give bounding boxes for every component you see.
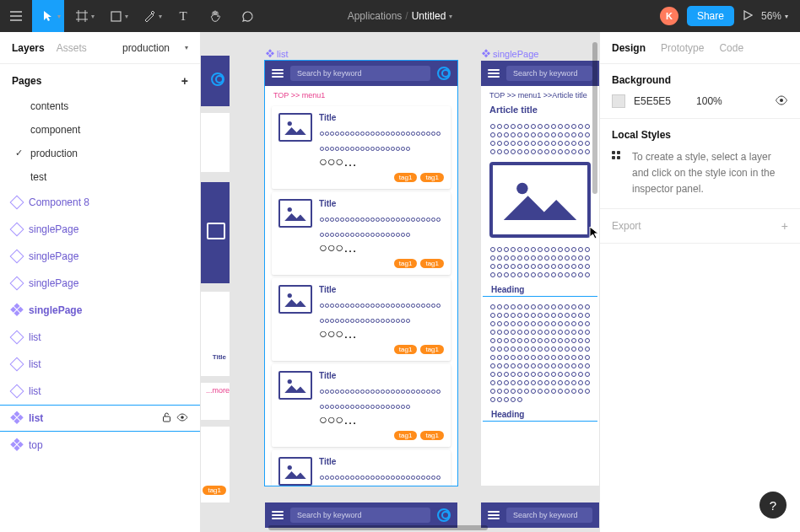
list-card[interactable]: Title○○○…tag1tag1	[272, 450, 451, 486]
hamburger-menu-icon[interactable]	[0, 0, 32, 32]
frame-tool-caret[interactable]: ▾	[91, 13, 100, 20]
peek-frame[interactable]: ...more	[201, 383, 230, 420]
page-item[interactable]: contents	[0, 94, 200, 118]
visibility-icon[interactable]	[176, 412, 188, 425]
heading: Heading	[483, 280, 597, 297]
peek-frame[interactable]: tag1	[201, 427, 230, 502]
tab-assets[interactable]: Assets	[57, 42, 87, 54]
layer-row[interactable]: singlePage	[0, 216, 200, 243]
tag[interactable]: tag1	[394, 345, 418, 354]
layer-row[interactable]: list	[0, 324, 200, 351]
list-card[interactable]: Title○○○…tag1tag1	[272, 106, 451, 189]
share-button[interactable]: Share	[687, 6, 734, 26]
text-tool-icon[interactable]: T	[167, 0, 199, 32]
layer-name: list	[29, 331, 41, 343]
more-link[interactable]: ...more	[201, 383, 230, 398]
page-item[interactable]: production	[0, 142, 200, 165]
frame-single-page[interactable]: Search by keyword	[481, 502, 599, 528]
layer-name: singlePage	[29, 223, 78, 235]
hand-tool-icon[interactable]	[199, 0, 231, 32]
tag[interactable]: tag1	[420, 173, 444, 182]
tag[interactable]: tag1	[394, 173, 418, 182]
card-excerpt: ○○○…	[319, 296, 444, 341]
card-title: Title	[319, 457, 444, 466]
component-icon	[10, 357, 24, 372]
canvas-scrollbar-horizontal[interactable]	[268, 525, 488, 530]
tag[interactable]: tag1	[394, 259, 418, 268]
layer-row[interactable]: singlePage	[0, 270, 200, 297]
breadcrumb[interactable]: TOP >> menu1	[265, 86, 457, 103]
list-card[interactable]: Title○○○…tag1tag1	[272, 192, 451, 275]
tab-layers[interactable]: Layers	[12, 42, 45, 54]
avatar[interactable]: K	[660, 7, 678, 25]
search-input[interactable]: Search by keyword	[290, 66, 430, 81]
hero-image	[489, 162, 591, 238]
frame-single-page[interactable]: Search by keyword TOP >> menu1 >>Article…	[481, 61, 599, 486]
background-hex[interactable]: E5E5E5	[634, 95, 671, 107]
help-button[interactable]: ?	[759, 492, 786, 519]
layer-row[interactable]: list	[0, 378, 200, 405]
layer-row[interactable]: list	[0, 405, 200, 432]
zoom-control[interactable]: 56% ▾	[761, 10, 788, 22]
tag[interactable]: tag1	[420, 431, 444, 440]
export-heading[interactable]: Export	[612, 220, 641, 232]
frame-list[interactable]: Search by keyword	[265, 502, 457, 528]
hamburger-icon[interactable]	[488, 69, 500, 78]
present-icon[interactable]	[743, 10, 753, 23]
user-icon[interactable]	[437, 67, 451, 80]
layer-name: list	[29, 385, 41, 397]
canvas-scrollbar-vertical[interactable]	[592, 42, 597, 194]
shape-tool-caret[interactable]: ▾	[125, 13, 133, 20]
page-item[interactable]: test	[0, 165, 200, 189]
layer-row[interactable]: singlePage	[0, 297, 200, 324]
layer-row[interactable]: list	[0, 351, 200, 378]
style-grid-icon	[612, 151, 622, 161]
svg-point-3	[288, 121, 292, 126]
component-icon	[10, 384, 24, 399]
frame-list[interactable]: Search by keyword TOP >> menu1 Title○○○……	[265, 61, 457, 486]
tag[interactable]: tag1	[420, 259, 444, 268]
canvas-viewport[interactable]: Title ...more tag1 list Search by keywor…	[201, 32, 599, 532]
layer-name: list	[29, 412, 43, 424]
peek-frame[interactable]	[201, 113, 230, 172]
background-opacity[interactable]: 100%	[696, 95, 722, 107]
title-breadcrumb[interactable]: Applications / Untitled ▾	[348, 10, 453, 22]
frame-label-single[interactable]: singlePage	[483, 49, 538, 59]
visibility-toggle-icon[interactable]	[775, 95, 788, 108]
tag[interactable]: tag1	[420, 345, 444, 354]
right-panel: Design Prototype Code Background E5E5E5 …	[599, 32, 800, 532]
tab-prototype[interactable]: Prototype	[661, 42, 704, 54]
local-styles-heading: Local Styles	[612, 129, 788, 141]
tag[interactable]: tag1	[394, 431, 418, 440]
list-card[interactable]: Title○○○…tag1tag1	[272, 278, 451, 361]
background-swatch[interactable]	[612, 94, 625, 108]
card-title: Title	[319, 285, 444, 294]
hamburger-icon[interactable]	[272, 69, 284, 78]
frame-label-list[interactable]: list	[267, 49, 288, 59]
thumbnail-image	[278, 199, 312, 228]
layer-row[interactable]: singlePage	[0, 243, 200, 270]
lock-icon[interactable]	[162, 412, 171, 425]
pages-list: contentscomponentproductiontest	[0, 94, 200, 189]
tab-design[interactable]: Design	[612, 42, 646, 54]
pen-tool-caret[interactable]: ▾	[159, 13, 167, 20]
move-tool-caret[interactable]: ▾	[57, 13, 66, 20]
layer-row[interactable]: Component 8	[0, 189, 200, 216]
add-export-icon[interactable]: +	[781, 219, 788, 233]
peek-frame-top[interactable]	[201, 56, 230, 106]
component-icon	[10, 411, 24, 426]
comment-tool-icon[interactable]	[231, 0, 263, 32]
list-card[interactable]: Title○○○…tag1tag1	[272, 364, 451, 447]
local-styles-hint: To create a style, select a layer and cl…	[612, 149, 788, 198]
peek-frame[interactable]	[201, 182, 230, 283]
breadcrumb[interactable]: TOP >> menu1 >>Article title	[481, 86, 599, 103]
page-item[interactable]: component	[0, 118, 200, 142]
tab-code[interactable]: Code	[719, 42, 743, 54]
layer-row[interactable]: top	[0, 432, 200, 459]
peek-frame[interactable]: Title	[201, 292, 230, 376]
card-excerpt: ○○○…	[319, 124, 444, 169]
page-selector[interactable]: production	[122, 42, 170, 54]
add-page-icon[interactable]: +	[181, 74, 188, 88]
card-excerpt: ○○○…	[319, 382, 444, 427]
search-input[interactable]: Search by keyword	[506, 66, 592, 81]
